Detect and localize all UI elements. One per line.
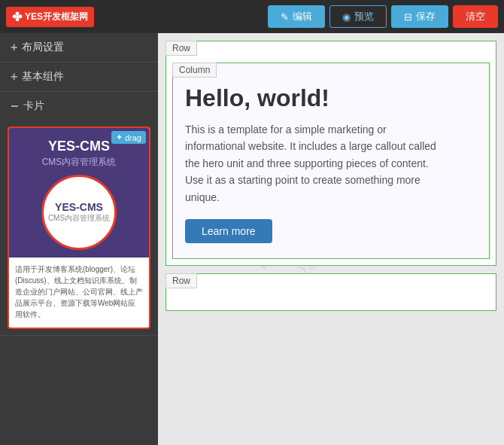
basic-components-header[interactable]: + 基本组件 (0, 62, 158, 91)
column-1-content: Hello, world! This is a template for a s… (173, 63, 489, 258)
preview-label: 预览 (354, 10, 374, 23)
row-container-1[interactable]: Row Column Hello, world! This is a templ… (165, 41, 496, 266)
clear-button[interactable]: 清空 (453, 5, 498, 28)
column-1-label: Column (172, 62, 217, 78)
minus-icon: − (11, 99, 19, 113)
drag-label: drag (125, 133, 141, 142)
edit-label: 编辑 (293, 10, 312, 23)
sidebar: + 布局设置 + 基本组件 − 卡片 ✦ drag YES-CMS (0, 33, 158, 445)
logo-text: YES开发框架网 (25, 11, 88, 23)
save-button[interactable]: ⊟ 保存 (391, 5, 448, 28)
logo-icon: ✤ (12, 10, 22, 24)
sidebar-section-components: + 基本组件 (0, 62, 158, 92)
card-circle-subtitle: CMS内容管理系统 (48, 213, 110, 224)
edit-button[interactable]: ✎ 编辑 (268, 5, 325, 28)
cards-label: 卡片 (23, 99, 44, 113)
learn-more-button[interactable]: Learn more (185, 219, 272, 243)
hero-title: Hello, world! (185, 84, 477, 112)
save-label: 保存 (416, 10, 436, 23)
card-circle-title: YES-CMS (55, 201, 103, 213)
row-1-content: Column Hello, world! This is a template … (166, 41, 496, 265)
main-layout: + 布局设置 + 基本组件 − 卡片 ✦ drag YES-CMS (0, 33, 504, 445)
save-icon: ⊟ (404, 11, 412, 23)
sidebar-section-cards: − 卡片 ✦ drag YES-CMS CMS内容管理系统 YES-CMS CM… (0, 92, 158, 336)
clear-label: 清空 (466, 10, 485, 23)
sidebar-section-layout: + 布局设置 (0, 33, 158, 62)
card-top: YES-CMS CMS内容管理系统 YES-CMS CMS内容管理系统 (9, 128, 149, 258)
basic-components-label: 基本组件 (22, 70, 64, 84)
plus-icon: + (11, 41, 17, 54)
row-2-label: Row (165, 273, 197, 288)
preview-icon: ◉ (342, 11, 351, 23)
cards-header[interactable]: − 卡片 (0, 92, 158, 120)
card-top-subtitle: CMS内容管理系统 (17, 156, 141, 169)
card-component-item[interactable]: ✦ drag YES-CMS CMS内容管理系统 YES-CMS CMS内容管理… (8, 126, 150, 329)
hero-text: This is a template for a simple marketin… (185, 121, 441, 206)
edit-icon: ✎ (281, 11, 289, 23)
card-description: 适用于开发博客系统(blogger)、论坛(Discuss)、线上文档知识库系统… (9, 258, 149, 328)
canvas-area[interactable]: www.doinsn-yescee.com YES-开发框架 Row Colum… (158, 33, 504, 445)
row-container-2[interactable]: Row (165, 273, 496, 311)
layout-settings-label: 布局设置 (22, 41, 64, 54)
logo: ✤ YES开发框架网 (6, 7, 94, 27)
preview-button[interactable]: ◉ 预览 (329, 5, 387, 28)
row-1-label: Row (165, 41, 197, 56)
plus-icon-2: + (11, 70, 17, 84)
header: ✤ YES开发框架网 ✎ 编辑 ◉ 预览 ⊟ 保存 清空 (0, 0, 504, 33)
layout-settings-header[interactable]: + 布局设置 (0, 33, 158, 62)
drag-icon: ✦ (116, 133, 123, 142)
column-container-1[interactable]: Column Hello, world! This is a template … (172, 62, 490, 259)
drag-badge: ✦ drag (111, 131, 146, 144)
card-circle: YES-CMS CMS内容管理系统 (41, 175, 117, 250)
